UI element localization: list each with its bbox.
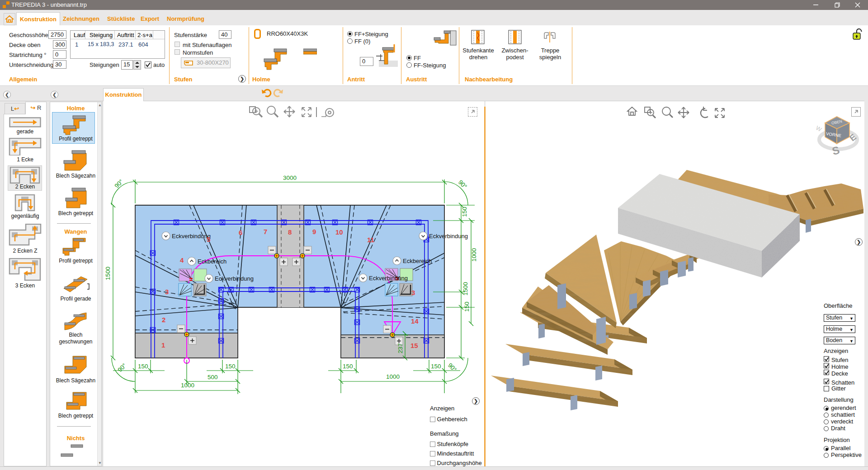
svg-text:8: 8 — [288, 228, 292, 236]
svg-text:Eckverbindung: Eckverbindung — [429, 233, 468, 240]
svg-text:1500: 1500 — [462, 282, 469, 296]
svg-text:Eckbereich: Eckbereich — [403, 258, 432, 264]
svg-text:6: 6 — [239, 229, 242, 236]
svg-text:W: W — [815, 124, 823, 133]
svg-text:150: 150 — [343, 363, 353, 370]
svg-text:1000: 1000 — [181, 382, 194, 389]
svg-text:Eckbereich: Eckbereich — [198, 258, 226, 265]
svg-text:150: 150 — [431, 363, 441, 370]
svg-text:Eckverbindung: Eckverbindung — [172, 233, 211, 240]
svg-text:15: 15 — [410, 342, 418, 349]
svg-text:90°: 90° — [117, 362, 128, 373]
svg-text:1: 1 — [161, 341, 165, 349]
svg-text:1500: 1500 — [104, 267, 111, 280]
svg-text:4: 4 — [180, 256, 184, 264]
svg-text:Eckverbindung: Eckverbindung — [369, 275, 408, 282]
svg-text:90°: 90° — [457, 179, 468, 190]
svg-text:11: 11 — [367, 236, 374, 244]
svg-text:3000: 3000 — [283, 174, 297, 181]
svg-text:1000: 1000 — [386, 373, 400, 380]
svg-text:3: 3 — [411, 289, 415, 296]
svg-text:90°: 90° — [447, 362, 458, 373]
svg-text:150: 150 — [461, 207, 468, 217]
svg-text:7: 7 — [264, 228, 267, 235]
svg-text:150: 150 — [463, 301, 470, 312]
svg-text:14: 14 — [411, 317, 419, 325]
svg-text:5: 5 — [207, 235, 210, 243]
svg-text:150: 150 — [138, 363, 148, 370]
svg-text:S: S — [831, 144, 841, 156]
svg-text:1000: 1000 — [471, 248, 477, 262]
svg-text:2: 2 — [162, 316, 165, 324]
svg-text:9: 9 — [312, 228, 316, 235]
svg-text:3: 3 — [165, 288, 169, 296]
svg-text:150: 150 — [225, 363, 236, 370]
svg-text:500: 500 — [208, 374, 218, 381]
svg-text:Eckverbindung: Eckverbindung — [215, 275, 254, 282]
svg-text:237: 237 — [397, 343, 404, 353]
svg-text:10: 10 — [335, 228, 343, 236]
svg-text:90°: 90° — [113, 178, 125, 189]
